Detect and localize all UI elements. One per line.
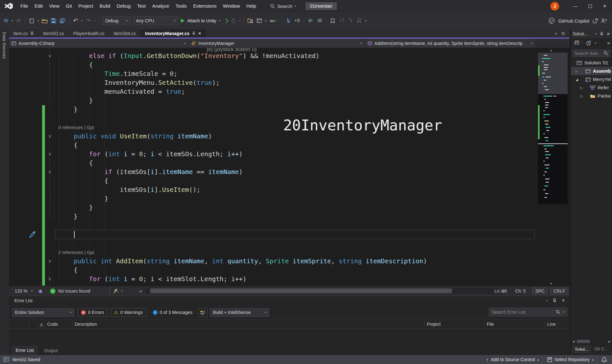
multiline-toggle-button[interactable] xyxy=(198,308,207,317)
undo-dropdown[interactable]: ▾ xyxy=(81,19,83,22)
start-debug-icon[interactable] xyxy=(181,18,185,23)
pin-icon[interactable] xyxy=(30,32,34,35)
space-mode-indicator[interactable]: SPC xyxy=(532,288,548,295)
tab-solution-explorer[interactable]: Solut... xyxy=(573,346,591,353)
scroll-down-icon[interactable]: ▼ xyxy=(549,282,553,285)
warnings-filter-button[interactable]: ⚠ 0 Warnings xyxy=(111,308,146,317)
uncomment-lines-icon[interactable]: 2 xyxy=(316,18,323,24)
menu-item-extensions[interactable]: Extensions xyxy=(190,0,220,12)
solution-search[interactable]: Search Solu xyxy=(572,49,610,57)
scope-filter-dropdown[interactable]: Entire Solution▾ xyxy=(12,308,74,317)
tab-item-cs[interactable]: Item.cs xyxy=(9,29,39,38)
menu-item-analyze[interactable]: Analyze xyxy=(149,0,172,12)
fold-collapse-icon[interactable]: ∨ xyxy=(47,133,53,139)
solution-configuration-dropdown[interactable]: Debug▾ xyxy=(102,16,130,25)
filter-dropdown[interactable]: ▾ xyxy=(595,41,596,45)
pending-changes-filter-icon[interactable] xyxy=(586,40,592,46)
menu-item-project[interactable]: Project xyxy=(75,0,96,12)
next-bookmark-icon[interactable] xyxy=(347,18,354,24)
tab-itemslot-cs[interactable]: ItemSlot.cs xyxy=(109,29,141,38)
expand-icon[interactable]: ▷ xyxy=(576,69,578,73)
copilot-share-icon[interactable] xyxy=(593,18,598,24)
start-without-debug-icon[interactable] xyxy=(223,18,228,23)
fold-collapse-icon[interactable]: ∨ xyxy=(47,151,53,157)
copilot-label[interactable]: GitHub Copilot xyxy=(558,18,589,24)
member-dropdown[interactable]: AddItem(string itemName, int quantity, S… xyxy=(365,39,535,48)
redo-icon[interactable]: ↷ xyxy=(85,18,92,24)
tree-item-merryyel[interactable]: ◢MerryYel xyxy=(571,75,612,84)
save-all-icon[interactable] xyxy=(59,18,66,24)
scroll-right-icon[interactable]: ▶ xyxy=(607,340,612,343)
data-sources-side-tab[interactable]: Data Sources xyxy=(0,29,9,62)
format-indent-icon[interactable] xyxy=(294,18,301,24)
menu-item-test[interactable]: Test xyxy=(134,0,149,12)
tab-list-dropdown[interactable]: ▾ xyxy=(555,32,557,36)
navigate-forward-icon[interactable]: ⟳ xyxy=(16,18,22,24)
spell-check-icon[interactable]: abc✓ xyxy=(269,18,279,24)
pin-icon[interactable] xyxy=(600,32,603,36)
menu-item-edit[interactable]: Edit xyxy=(31,0,46,12)
close-panel-icon[interactable]: ✕ xyxy=(607,32,610,36)
toolbar-overflow-icon[interactable]: » xyxy=(607,40,609,46)
menu-item-build[interactable]: Build xyxy=(96,0,113,12)
send-feedback-icon[interactable] xyxy=(601,18,607,23)
menu-item-view[interactable]: View xyxy=(46,0,63,12)
error-list-search[interactable]: Search Error List ▾ xyxy=(489,308,567,317)
new-project-icon[interactable] xyxy=(29,18,35,24)
close-panel-icon[interactable]: ✕ xyxy=(562,298,565,303)
code-cleanup-dropdown[interactable]: ▾ xyxy=(121,289,123,293)
toolbar-overflow[interactable]: ▾ xyxy=(365,19,367,22)
redo-dropdown[interactable]: ▾ xyxy=(94,19,96,22)
scroll-left-icon[interactable]: ◀ xyxy=(571,340,576,343)
new-item-dropdown[interactable]: ▾ xyxy=(38,19,39,22)
comment-lines-icon[interactable] xyxy=(307,18,314,24)
project-badge[interactable]: 01Inventari xyxy=(306,2,336,10)
tab-error-list[interactable]: Error List xyxy=(12,346,37,354)
panel-horizontal-scrollbar[interactable]: ◀ ▶ xyxy=(571,339,612,344)
find-in-files-icon[interactable] xyxy=(247,18,254,24)
clear-bookmarks-icon[interactable] xyxy=(356,18,363,24)
select-pointer-icon[interactable] xyxy=(285,18,292,24)
search-control[interactable]: Search ▾ xyxy=(270,4,296,9)
minimize-button[interactable]: — xyxy=(568,0,583,12)
hot-reload-icon[interactable] xyxy=(230,18,237,24)
close-button[interactable]: ✕ xyxy=(597,0,612,12)
switch-views-icon[interactable] xyxy=(573,40,579,46)
document-health-icon[interactable]: ◉ xyxy=(38,288,42,294)
source-filter-dropdown[interactable]: Build + IntelliSense▾ xyxy=(210,308,269,317)
maximize-button[interactable] xyxy=(583,0,597,12)
window-position-dropdown[interactable]: ▾ xyxy=(595,32,597,35)
tree-item-packa[interactable]: ▷Packa xyxy=(571,92,612,100)
collapse-icon[interactable]: ◢ xyxy=(576,78,578,81)
fold-collapse-icon[interactable]: ∨ xyxy=(47,169,53,175)
menu-item-tools[interactable]: Tools xyxy=(173,0,190,12)
tab-output[interactable]: Output xyxy=(41,347,61,354)
open-folder-icon[interactable] xyxy=(41,18,48,24)
notifications-bell-icon[interactable] xyxy=(602,357,607,362)
line-ending-indicator[interactable]: CRLF xyxy=(550,288,568,295)
errors-filter-button[interactable]: ✕ 0 Errors xyxy=(77,308,107,317)
scrollbar-thumb[interactable] xyxy=(150,288,452,293)
fold-collapse-icon[interactable]: ∨ xyxy=(47,53,53,59)
navigate-back-dropdown[interactable]: ▾ xyxy=(11,19,13,22)
minimap[interactable]: ▲ ▼ xyxy=(538,48,568,286)
expand-icon[interactable]: ▷ xyxy=(580,86,583,90)
codelens-indicator[interactable]: 2 references | Gpt xyxy=(58,248,427,257)
expand-icon[interactable]: ▷ xyxy=(580,94,583,98)
menu-item-window[interactable]: Window xyxy=(220,0,243,12)
navigate-back-icon[interactable]: ⟲ xyxy=(3,18,9,24)
type-dropdown[interactable]: InventoryManager ▾ xyxy=(189,39,365,48)
scrollbar-thumb[interactable] xyxy=(577,340,590,343)
prev-bookmark-icon[interactable] xyxy=(338,18,345,24)
pin-icon[interactable] xyxy=(192,32,195,35)
scroll-left-icon[interactable]: ◀ xyxy=(138,289,143,293)
menu-item-debug[interactable]: Debug xyxy=(114,0,134,12)
select-repository-button[interactable]: Select Repository ▴ xyxy=(547,357,594,362)
horizontal-scrollbar[interactable] xyxy=(145,288,499,294)
add-to-source-control-button[interactable]: ↑ Add to Source Control ▴ xyxy=(486,357,539,362)
scroll-up-icon[interactable]: ▲ xyxy=(549,48,553,52)
save-icon[interactable] xyxy=(50,18,57,24)
menu-item-git[interactable]: Git xyxy=(63,0,75,12)
pin-icon[interactable] xyxy=(553,298,557,303)
undo-icon[interactable]: ↶ xyxy=(72,18,79,24)
